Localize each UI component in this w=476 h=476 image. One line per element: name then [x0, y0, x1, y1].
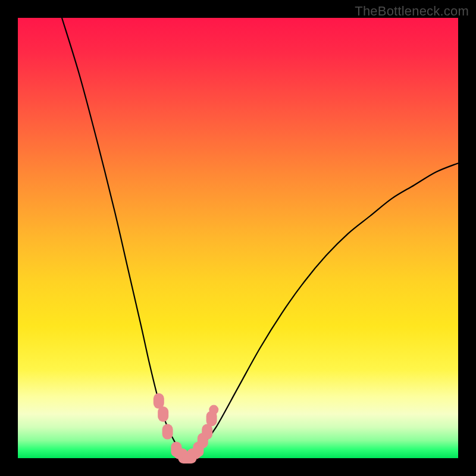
watermark-text: TheBottleneck.com [355, 4, 469, 19]
marker-point [162, 424, 173, 440]
bottleneck-curve [62, 18, 458, 459]
marker-point [158, 406, 168, 422]
marker-point [202, 424, 212, 440]
plot-area [18, 18, 458, 458]
highlighted-range [154, 393, 219, 464]
marker-point [209, 405, 218, 415]
chart-svg [18, 18, 458, 458]
chart-frame: TheBottleneck.com [0, 0, 476, 476]
marker-point [154, 393, 164, 409]
